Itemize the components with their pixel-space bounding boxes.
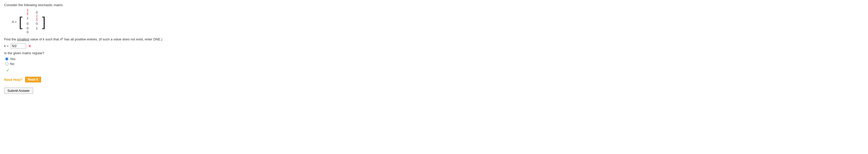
regular-question: Is the given matrix regular? — [4, 51, 864, 55]
matrix-cell-1-2: 0 — [32, 22, 41, 26]
matrix-label: A = — [12, 20, 17, 24]
intro-text: Consider the following stochastic matrix… — [4, 3, 64, 7]
matrix-bracket: [ 3 5 0 1 2 5 0 0 0 1 0 — [19, 9, 45, 34]
need-help-row: Need Help? Read It — [4, 77, 864, 82]
radio-yes[interactable] — [5, 57, 8, 61]
matrix-cell-2-2: 0 — [23, 30, 32, 34]
radio-group: Yes No — [5, 57, 864, 66]
k-row: k = ✕ — [4, 43, 864, 49]
find-k-text: Find the smallest value of k such that A… — [4, 37, 864, 41]
fraction-1-0: 2 5 — [36, 14, 38, 22]
problem-intro: Consider the following stochastic matrix… — [4, 3, 864, 7]
bracket-left: [ — [19, 15, 22, 28]
matrix-cell-0-2: 1 — [23, 16, 32, 20]
matrix-cells: 3 5 0 1 2 5 0 0 0 1 0 — [23, 9, 41, 34]
x-icon[interactable]: ✕ — [28, 44, 31, 48]
bracket-right: ] — [42, 15, 45, 28]
fraction-0-0: 3 5 — [27, 9, 28, 16]
submit-answer-button[interactable]: Submit Answer — [4, 87, 33, 94]
submit-row: Submit Answer — [4, 87, 864, 94]
matrix-cell-0-0: 3 5 — [23, 9, 32, 16]
radio-no-label: No — [10, 62, 14, 66]
matrix-cell-0-1: 0 — [32, 10, 41, 14]
need-help-label: Need Help? — [4, 78, 23, 82]
checkmark-icon: ✓ — [6, 68, 9, 72]
k-input[interactable] — [11, 43, 26, 49]
radio-no-item[interactable]: No — [5, 62, 864, 66]
matrix-container: A = [ 3 5 0 1 2 5 0 0 0 1 — [12, 9, 864, 34]
matrix-cell-1-0: 2 5 — [32, 14, 41, 22]
matrix-cell-2-0: 0 — [23, 26, 32, 30]
radio-no[interactable] — [5, 62, 8, 66]
matrix-cell-1-1: 0 — [23, 22, 32, 26]
radio-yes-item[interactable]: Yes — [5, 57, 864, 61]
check-container: ✓ — [6, 68, 864, 73]
k-label: k = — [4, 44, 9, 48]
read-it-button[interactable]: Read It — [25, 77, 41, 82]
matrix-cell-2-1: 1 — [32, 26, 41, 30]
radio-yes-label: Yes — [10, 57, 16, 61]
